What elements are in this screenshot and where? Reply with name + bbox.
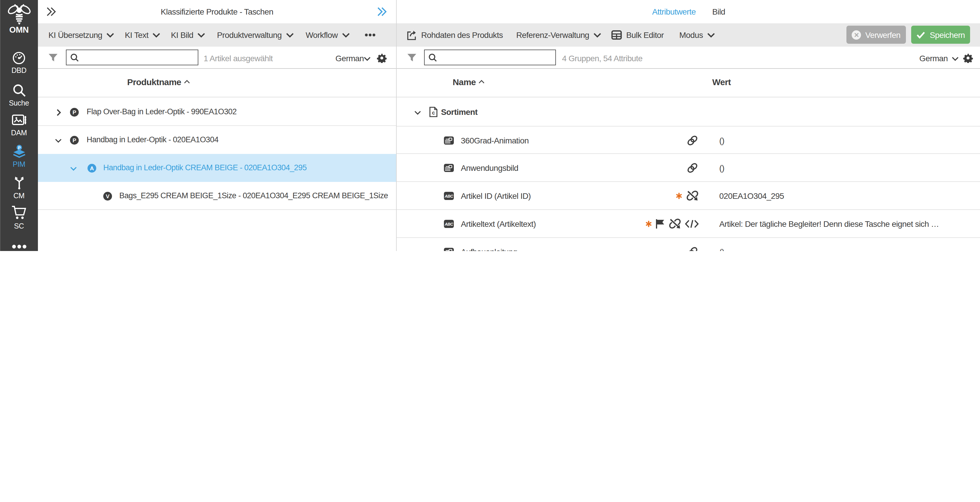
svg-text:ABC: ABC	[444, 222, 453, 226]
svg-text:ABC: ABC	[444, 194, 453, 198]
svg-text:P: P	[18, 146, 21, 150]
svg-text:c: c	[432, 110, 435, 116]
